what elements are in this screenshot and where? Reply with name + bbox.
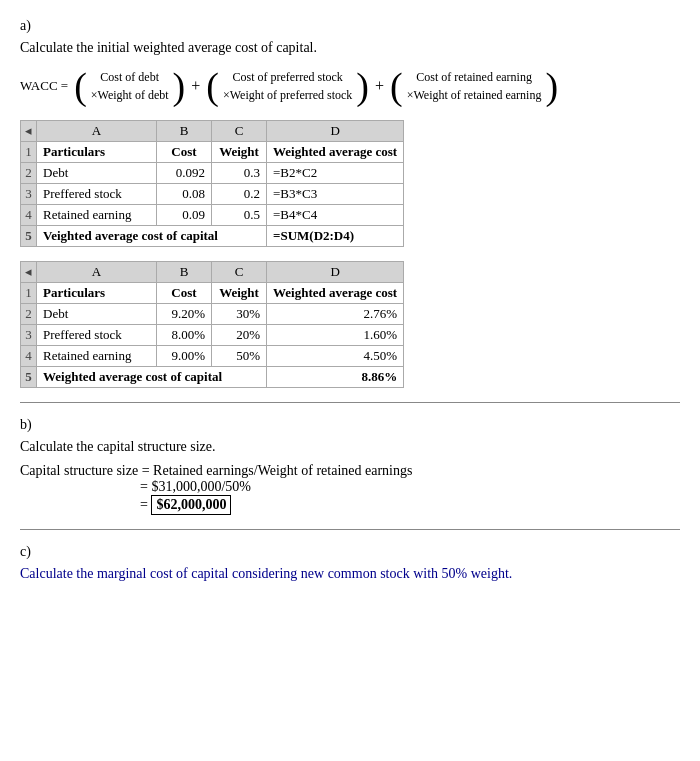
bracket-content-1: Cost of debt ×Weight of debt: [87, 66, 173, 106]
table2-container: ◂ A B C D 1 Particulars Cost Weight Weig…: [20, 261, 680, 388]
cap-line3: = $62,000,000: [140, 495, 680, 515]
cell2-3b: 8.00%: [157, 325, 212, 346]
corner-header: ◂: [21, 121, 37, 142]
group3-line2: ×Weight of retained earning: [407, 86, 542, 104]
cap-structure-formula: Capital structure size = Retained earnin…: [20, 463, 680, 515]
open-bracket-3: (: [390, 67, 403, 105]
cell2-3c: 20%: [212, 325, 267, 346]
section-c-intro: Calculate the marginal cost of capital c…: [20, 566, 680, 582]
row-num: 3: [21, 325, 37, 346]
table-row: 4 Retained earning 9.00% 50% 4.50%: [21, 346, 404, 367]
group2-line1: Cost of preferred stock: [233, 68, 343, 86]
close-bracket-3: ): [545, 67, 558, 105]
cell2-1d: Weighted average cost: [267, 283, 404, 304]
col2-header-a: A: [37, 262, 157, 283]
cell2-3a: Preffered stock: [37, 325, 157, 346]
col-header-d: D: [267, 121, 404, 142]
bracket-group-2: ( Cost of preferred stock ×Weight of pre…: [206, 66, 369, 106]
table1-container: ◂ A B C D 1 Particulars Cost Weight Weig…: [20, 120, 680, 247]
row-num: 2: [21, 163, 37, 184]
cell-2b: 0.092: [157, 163, 212, 184]
col-header-b: B: [157, 121, 212, 142]
col2-header-b: B: [157, 262, 212, 283]
table-row: 2 Debt 0.092 0.3 =B2*C2: [21, 163, 404, 184]
bracket-content-3: Cost of retained earning ×Weight of reta…: [403, 66, 546, 106]
cap-line1-text: Capital structure size = Retained earnin…: [20, 463, 412, 478]
group3-line1: Cost of retained earning: [416, 68, 532, 86]
cell2-4b: 9.00%: [157, 346, 212, 367]
cap-line2: = $31,000,000/50%: [140, 479, 680, 495]
row-num: 1: [21, 142, 37, 163]
plus-2: +: [375, 77, 384, 95]
section-c: c) Calculate the marginal cost of capita…: [20, 544, 680, 582]
cell-2c: 0.3: [212, 163, 267, 184]
row-num: 4: [21, 346, 37, 367]
section-a-intro: Calculate the initial weighted average c…: [20, 40, 680, 56]
table-row: 5 Weighted average cost of capital 8.86%: [21, 367, 404, 388]
close-bracket-1: ): [173, 67, 186, 105]
wacc-formula: WACC = ( Cost of debt ×Weight of debt ) …: [20, 66, 680, 106]
cell-4c: 0.5: [212, 205, 267, 226]
open-bracket-2: (: [206, 67, 219, 105]
group2-line2: ×Weight of preferred stock: [223, 86, 352, 104]
wacc-label: WACC =: [20, 78, 68, 94]
bracket-content-2: Cost of preferred stock ×Weight of prefe…: [219, 66, 356, 106]
cell-1a: Particulars: [37, 142, 157, 163]
section-c-label: c): [20, 544, 680, 560]
table-row: 4 Retained earning 0.09 0.5 =B4*C4: [21, 205, 404, 226]
group1-line2: ×Weight of debt: [91, 86, 169, 104]
row-num: 3: [21, 184, 37, 205]
cell2-2b: 9.20%: [157, 304, 212, 325]
table-row: 2 Debt 9.20% 30% 2.76%: [21, 304, 404, 325]
cell-4b: 0.09: [157, 205, 212, 226]
section-b-label: b): [20, 417, 680, 433]
open-bracket-1: (: [74, 67, 87, 105]
section-b: b) Calculate the capital structure size.…: [20, 417, 680, 515]
cell-5d: =SUM(D2:D4): [267, 226, 404, 247]
cap-result: $62,000,000: [151, 495, 231, 515]
cell2-1b: Cost: [157, 283, 212, 304]
cell2-2d: 2.76%: [267, 304, 404, 325]
col2-header-c: C: [212, 262, 267, 283]
cell-4a: Retained earning: [37, 205, 157, 226]
cap-line2-text: = $31,000,000/50%: [140, 479, 251, 494]
col-header-c: C: [212, 121, 267, 142]
cell-5a: Veighted average cost of capital: [37, 226, 267, 247]
divider-ab: [20, 402, 680, 403]
table2: ◂ A B C D 1 Particulars Cost Weight Weig…: [20, 261, 404, 388]
cell2-5a: Weighted average cost of capital: [37, 367, 267, 388]
cell-1b: Cost: [157, 142, 212, 163]
cell-1d: Weighted average cost: [267, 142, 404, 163]
cell-3a: Preffered stock: [37, 184, 157, 205]
cap-line1: Capital structure size = Retained earnin…: [20, 463, 680, 479]
corner-header-2: ◂: [21, 262, 37, 283]
plus-1: +: [191, 77, 200, 95]
table1: ◂ A B C D 1 Particulars Cost Weight Weig…: [20, 120, 404, 247]
table-row: 1 Particulars Cost Weight Weighted avera…: [21, 283, 404, 304]
cell2-5d: 8.86%: [267, 367, 404, 388]
section-b-intro: Calculate the capital structure size.: [20, 439, 680, 455]
cap-equals: =: [140, 497, 151, 512]
bracket-group-1: ( Cost of debt ×Weight of debt ): [74, 66, 185, 106]
table-row: 3 Preffered stock 8.00% 20% 1.60%: [21, 325, 404, 346]
table-row: 3 Preffered stock 0.08 0.2 =B3*C3: [21, 184, 404, 205]
col2-header-d: D: [267, 262, 404, 283]
cell-2a: Debt: [37, 163, 157, 184]
divider-bc: [20, 529, 680, 530]
section-a-label: a): [20, 18, 680, 34]
cell2-1c: Weight: [212, 283, 267, 304]
row-num: 2: [21, 304, 37, 325]
cell2-4d: 4.50%: [267, 346, 404, 367]
row-num: 5: [21, 226, 37, 247]
bracket-group-3: ( Cost of retained earning ×Weight of re…: [390, 66, 558, 106]
section-c-intro-text: Calculate the marginal cost of capital c…: [20, 566, 512, 581]
cell2-3d: 1.60%: [267, 325, 404, 346]
cell2-4a: Retained earning: [37, 346, 157, 367]
group1-line1: Cost of debt: [100, 68, 159, 86]
cell-2d: =B2*C2: [267, 163, 404, 184]
cell-3b: 0.08: [157, 184, 212, 205]
cell-1c: Weight: [212, 142, 267, 163]
cell2-2a: Debt: [37, 304, 157, 325]
row-num: 1: [21, 283, 37, 304]
row-num: 4: [21, 205, 37, 226]
